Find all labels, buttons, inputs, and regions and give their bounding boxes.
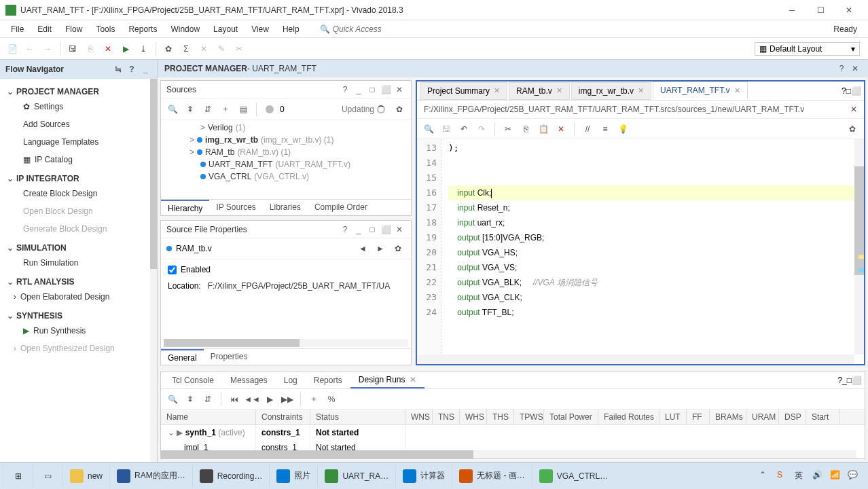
menu-edit[interactable]: Edit [31,22,58,37]
table-row[interactable]: ⌄ ▶ synth_1 (active)constrs_1Not started [161,425,865,440]
table-header[interactable]: Start [806,410,840,424]
cut-icon[interactable]: ✂ [501,122,516,137]
redo-icon[interactable]: ↷ [474,122,489,137]
editor-tab[interactable]: img_rx_wr_tb.v✕ [571,82,651,100]
taskbar-item[interactable]: 照片 [269,465,317,488]
lang-icon[interactable]: 英 [795,470,807,482]
task-view-button[interactable]: ▭ [33,465,62,488]
notifications-icon[interactable]: 💬 [848,470,860,482]
fast-icon[interactable]: ▶▶ [280,392,295,407]
minimize-icon[interactable]: _ [352,84,365,96]
cancel-icon[interactable]: ✕ [100,41,116,57]
nav-item[interactable]: Add Sources [0,115,157,133]
save-icon[interactable]: 🖫 [65,41,81,57]
table-header[interactable]: Total Power [544,410,598,424]
tree-row[interactable]: >RAM_tb (RAM_tb.v) (1) [161,146,411,158]
nav-item[interactable]: Run Simulation [0,254,157,272]
collapse-icon[interactable]: ⇞ [183,102,198,117]
table-header[interactable]: THS [487,410,514,424]
code-line[interactable]: input Reset_n; [448,200,857,215]
editor-tab[interactable]: UART_RAM_TFT.v✕ [653,82,747,100]
bottom-tab[interactable]: Messages [222,373,276,388]
search-icon[interactable]: 🔍 [421,122,436,137]
table-header[interactable]: TNS [433,410,460,424]
gear-icon[interactable]: ✿ [392,102,407,117]
tray-icon[interactable]: ⌃ [759,470,772,482]
taskbar-item[interactable]: new [62,465,109,488]
volume-icon[interactable]: 🔊 [812,470,825,482]
tree-row[interactable]: VGA_CTRL (VGA_CTRL.v) [161,170,411,183]
table-header[interactable]: Name [161,410,256,424]
code-line[interactable]: output TFT_BL; [448,305,857,320]
ime-icon[interactable]: S [777,470,789,482]
help-icon[interactable]: ? [835,62,848,75]
sources-tab[interactable]: Hierarchy [161,200,209,215]
bulb-icon[interactable]: 💡 [615,122,630,137]
minimize-icon[interactable]: _ [139,63,151,75]
sort-icon[interactable]: ⇵ [200,392,215,407]
code-line[interactable] [448,156,857,170]
nav-item[interactable]: Create Block Design [0,185,157,202]
step-icon[interactable]: ⤓ [135,41,151,57]
nav-section[interactable]: ⌄SYNTHESIS [0,306,157,322]
add-icon[interactable]: ＋ [306,392,321,407]
back-icon[interactable]: ← [22,41,38,57]
minimize-icon[interactable]: _ [842,376,847,385]
props-tab[interactable]: General [161,349,204,365]
comment-icon[interactable]: // [580,122,595,137]
nav-item[interactable]: ›Open Elaborated Design [0,288,157,306]
collapse-icon[interactable]: ⇞ [183,392,198,407]
code-line[interactable] [448,170,857,185]
maximize-icon[interactable]: ⬜ [380,84,392,96]
table-header[interactable]: LUT [659,410,687,424]
percent-icon[interactable]: % [324,392,339,407]
fwd-icon[interactable]: → [39,41,56,57]
cancel2-icon[interactable]: ✕ [196,41,212,57]
bottom-tab[interactable]: Log [276,373,306,388]
table-header[interactable]: DSP [779,410,806,424]
nav-section[interactable]: ⌄RTL ANALYSIS [0,272,157,288]
code-line[interactable]: output VGA_CLK; [448,290,857,305]
sort-icon[interactable]: ⇵ [200,102,215,117]
nav-item[interactable]: Language Templates [0,133,157,151]
code-line[interactable]: ); [448,141,857,156]
layout-dropdown[interactable]: ▦ Default Layout ▾ [755,42,860,56]
tree-row[interactable]: UART_RAM_TFT (UART_RAM_TFT.v) [161,158,411,170]
close-tab-icon[interactable]: ✕ [556,86,562,95]
info-icon[interactable]: ▤ [236,102,251,117]
close-tab-icon[interactable]: ✕ [410,375,416,384]
sources-tab[interactable]: IP Sources [209,200,262,215]
table-header[interactable]: FF [687,410,710,424]
delete-icon[interactable]: ✕ [554,122,568,137]
sources-tab[interactable]: Compile Order [308,200,374,215]
undo-icon[interactable]: ↶ [456,122,471,137]
cut2-icon[interactable]: ✂ [231,41,247,57]
close-tab-icon[interactable]: ✕ [638,86,644,95]
copy-icon[interactable]: ⎘ [82,41,98,57]
wifi-icon[interactable]: 📶 [830,470,842,482]
maximize-icon[interactable]: ⬜ [852,376,862,385]
first-icon[interactable]: ⏮ [227,392,242,407]
table-header[interactable]: Constraints [256,410,310,424]
maximize-icon[interactable]: ⬜ [380,223,392,236]
taskbar-item[interactable]: RAM的应用… [109,465,192,488]
close-tab-icon[interactable]: ✕ [734,86,740,95]
menu-file[interactable]: File [4,22,31,37]
h-scrollbar[interactable] [161,450,856,458]
table-header[interactable]: BRAMs [710,410,746,424]
nav-section[interactable]: ⌄PROJECT MANAGER [0,82,157,98]
maximize-icon[interactable]: ⬜ [851,86,861,96]
close-icon[interactable]: ✕ [393,84,405,96]
h-scrollbar-thumb[interactable] [164,339,300,347]
table-header[interactable]: WNS [405,410,433,424]
next-icon[interactable]: ► [373,241,388,256]
taskbar-item[interactable]: VGA_CTRL… [532,465,615,488]
table-header[interactable]: URAM [746,410,779,424]
nav-section[interactable]: ⌄IP INTEGRATOR [0,168,157,185]
menu-flow[interactable]: Flow [58,22,89,37]
code-line[interactable]: output VGA_VS; [448,260,857,275]
help-icon[interactable]: ? [339,84,351,96]
close-panel-icon[interactable]: ✕ [849,62,861,75]
taskbar-item[interactable]: 计算器 [395,465,452,488]
menu-tools[interactable]: Tools [89,22,122,37]
